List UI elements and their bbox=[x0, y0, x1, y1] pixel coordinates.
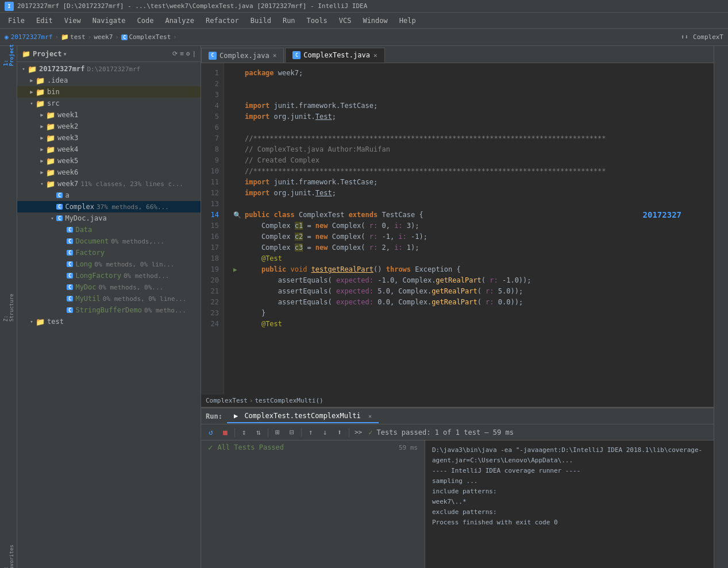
tree-label-week4: week4 bbox=[57, 145, 78, 153]
run-tab-label: ComplexTest.testComplexMulti bbox=[244, 412, 360, 420]
nav-right-label: ComplexT bbox=[693, 33, 723, 41]
next-fail-button[interactable]: ↓ bbox=[319, 426, 332, 439]
collapse-all-button[interactable]: ⊟ bbox=[286, 426, 298, 439]
export-button[interactable]: ⬆ bbox=[333, 426, 346, 439]
run-test-icon[interactable]: ▶ bbox=[233, 266, 237, 273]
tree-item-data[interactable]: ▶ C Data bbox=[17, 224, 201, 235]
tab-complextestjava[interactable]: C ComplexTest.java ✕ bbox=[285, 48, 384, 63]
console-output[interactable]: D:\java3\bin\java -ea "-javaagent:D:\Int… bbox=[425, 441, 714, 568]
tree-label-idea: .idea bbox=[47, 76, 68, 84]
tree-item-week2[interactable]: ▶ 📁 week2 bbox=[17, 121, 201, 132]
tree-item-week7[interactable]: ▾ 📁 week7 11% classes, 23% lines c... bbox=[17, 178, 201, 190]
menu-item-file[interactable]: File bbox=[2, 14, 30, 27]
tree-item-week1[interactable]: ▶ 📁 week1 bbox=[17, 109, 201, 121]
class-icon-myutil: C bbox=[67, 296, 73, 302]
menu-item-run[interactable]: Run bbox=[277, 14, 301, 27]
project-dropdown-icon[interactable]: ▾ bbox=[63, 50, 67, 58]
tree-label-stringbufferdemo: StringBufferDemo bbox=[75, 306, 142, 314]
tab-close-complextestjava[interactable]: ✕ bbox=[373, 52, 378, 59]
tree-item-mydoc[interactable]: ▶ C MyDoc 0% methods, 0%... bbox=[17, 281, 201, 293]
code-content[interactable]: package week7; import junit.framework.Te… bbox=[224, 63, 714, 395]
tree-label-data: Data bbox=[75, 226, 92, 234]
expand-all-button[interactable]: ⊞ bbox=[271, 426, 284, 439]
menu-item-code[interactable]: Code bbox=[132, 14, 160, 27]
menu-item-view[interactable]: View bbox=[59, 14, 87, 27]
tab-label-complextestjava: ComplexTest.java bbox=[303, 51, 370, 59]
menu-item-vcs[interactable]: VCS bbox=[333, 14, 357, 27]
right-sidebar-icons bbox=[714, 46, 728, 568]
code-editor: 12345 678910 111213 14 15161718 19202122… bbox=[201, 63, 714, 395]
test-item-all-passed[interactable]: ✓ All Tests Passed 59 ms bbox=[201, 441, 425, 454]
nav-complextest[interactable]: ComplexTest bbox=[129, 33, 171, 41]
tree-item-week3[interactable]: ▶ 📁 week3 bbox=[17, 132, 201, 144]
tree-item-stringbufferdemo[interactable]: ▶ C StringBufferDemo 0% metho... bbox=[17, 304, 201, 316]
tree-item-factory[interactable]: ▶ C Factory bbox=[17, 247, 201, 258]
run-tab-close[interactable]: ✕ bbox=[368, 413, 372, 419]
header-sync-icon[interactable]: ⟳ bbox=[172, 50, 178, 57]
menu-item-refactor[interactable]: Refactor bbox=[200, 14, 245, 27]
tree-item-week6[interactable]: ▶ 📁 week6 bbox=[17, 167, 201, 178]
tab-run-complextest[interactable]: ▶ ComplexTest.testComplexMulti ✕ bbox=[227, 409, 379, 423]
code-line-4: import junit.framework.TestCase; bbox=[233, 101, 704, 111]
tree-item-myutil[interactable]: ▶ C MyUtil 0% methods, 0% line... bbox=[17, 293, 201, 304]
nav-week7[interactable]: week7 bbox=[94, 33, 113, 41]
class-icon-data: C bbox=[67, 227, 73, 233]
sidebar-structure[interactable]: Z: Structure bbox=[2, 302, 15, 314]
menu-item-build[interactable]: Build bbox=[245, 14, 277, 27]
project-tree: ▾ 📁 20172327mrf D:\20172327mrf ▶ 📁 .idea… bbox=[17, 62, 201, 568]
tree-item-test[interactable]: ▾ 📁 test bbox=[17, 316, 201, 327]
tab-complexjava[interactable]: C Complex.java ✕ bbox=[201, 48, 284, 63]
tab-close-complexjava[interactable]: ✕ bbox=[273, 52, 277, 59]
tree-label-longfactory: LongFactory bbox=[75, 272, 121, 280]
tree-item-src[interactable]: ▾ 📁 src bbox=[17, 98, 201, 109]
tree-label-src: src bbox=[47, 99, 60, 107]
tree-label-a: a bbox=[65, 191, 69, 199]
nav-test[interactable]: test bbox=[70, 33, 86, 41]
menu-item-analyze[interactable]: Analyze bbox=[159, 14, 200, 27]
menu-item-edit[interactable]: Edit bbox=[30, 14, 59, 27]
rerun-button[interactable]: ↺ bbox=[205, 426, 217, 439]
tree-item-long[interactable]: ▶ C Long 0% methods, 0% lin... bbox=[17, 258, 201, 270]
overlay-watermark: 20172327 bbox=[643, 210, 681, 221]
sort-alpha-button[interactable]: ↕ bbox=[238, 426, 251, 439]
menu-item-window[interactable]: Window bbox=[357, 14, 393, 27]
nav-class-icon: C bbox=[121, 34, 128, 40]
nav-project[interactable]: 20172327mrf bbox=[11, 33, 53, 41]
tree-extra-longfactory: 0% method... bbox=[124, 272, 169, 280]
menu-item-help[interactable]: Help bbox=[394, 14, 422, 27]
tree-label-document: Document bbox=[75, 237, 109, 245]
tree-item-root[interactable]: ▾ 📁 20172327mrf D:\20172327mrf bbox=[17, 63, 201, 75]
test-status-icon: ✓ bbox=[368, 428, 372, 436]
bc-complextest[interactable]: ComplexTest bbox=[206, 397, 248, 404]
stop-button[interactable]: ■ bbox=[219, 426, 232, 439]
tree-item-a[interactable]: ▶ C a bbox=[17, 190, 201, 201]
tree-item-idea[interactable]: ▶ 📁 .idea bbox=[17, 75, 201, 86]
tree-item-longfactory[interactable]: ▶ C LongFactory 0% method... bbox=[17, 270, 201, 281]
tree-label-bin: bin bbox=[47, 88, 60, 96]
header-collapse-icon[interactable]: ≡ bbox=[180, 50, 184, 57]
code-line-19: ▶ public void testgetRealPart() throws E… bbox=[233, 264, 704, 275]
header-gear-icon[interactable]: ⚙ bbox=[186, 50, 190, 57]
code-line-16: Complex c2 = new Complex( r: -1, i: -1); bbox=[233, 231, 704, 242]
tree-item-week5[interactable]: ▶ 📁 week5 bbox=[17, 155, 201, 167]
sidebar-favorites[interactable]: 2: Favorites bbox=[2, 552, 15, 565]
menu-item-tools[interactable]: Tools bbox=[301, 14, 333, 27]
tree-item-document[interactable]: ▶ C Document 0% methods,... bbox=[17, 235, 201, 247]
folder-icon-week4: 📁 bbox=[46, 145, 55, 154]
main-layout: 1: Project Z: Structure 2: Favorites 📁 P… bbox=[0, 46, 728, 568]
folder-icon-week2: 📁 bbox=[46, 122, 55, 131]
menu-item-navigate[interactable]: Navigate bbox=[87, 14, 132, 27]
tree-item-bin[interactable]: ▶ 📁 bin bbox=[17, 86, 201, 98]
folder-icon-week5: 📁 bbox=[46, 157, 55, 165]
tree-item-complex[interactable]: ▶ C Complex 37% methods, 66%... bbox=[17, 201, 201, 212]
bc-testcomplexmulti[interactable]: testComplexMulti() bbox=[255, 397, 323, 404]
sort-duration-button[interactable]: ⇅ bbox=[252, 426, 265, 439]
tree-item-week4[interactable]: ▶ 📁 week4 bbox=[17, 144, 201, 155]
header-settings-icon[interactable]: | bbox=[192, 50, 196, 57]
sidebar-toggle-project[interactable]: 1: Project bbox=[2, 49, 15, 61]
navbar: ◉ 20172327mrf › 📁 test › week7 › C Compl… bbox=[0, 29, 728, 46]
tree-item-mydocjava[interactable]: ▾ C MyDoc.java bbox=[17, 212, 201, 224]
tree-label-week7: week7 bbox=[57, 180, 78, 188]
title-text: 20172327mrf [D:\20172327mrf] - ...\test\… bbox=[17, 2, 367, 10]
prev-fail-button[interactable]: ↑ bbox=[305, 426, 317, 439]
